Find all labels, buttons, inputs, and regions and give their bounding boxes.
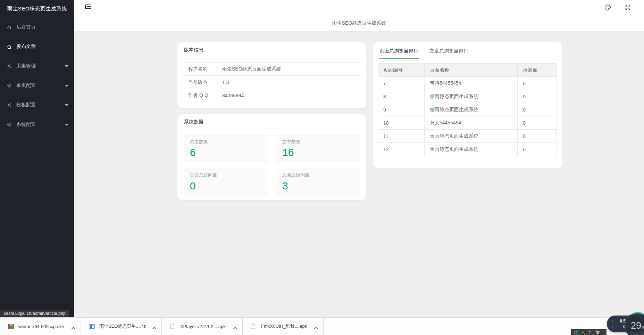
table-row: 10 莫人54455454 0: [378, 116, 557, 130]
download-filename: 雨尘SEO静态页生....7z: [99, 323, 149, 329]
sidebar-item-publish-article[interactable]: 发布文章: [0, 37, 74, 56]
stat-page-visits: 页面总访问量 0: [184, 168, 268, 197]
main-content: 版本信息 程序名称 雨尘SEO静态页面生成系统 当前版本 1.3 作者 Q Q …: [74, 32, 644, 335]
sidebar-item-label: 发布文章: [16, 43, 36, 50]
col-header-activity: 活跃量: [518, 64, 557, 77]
sidebar-item-label: 采集管理: [16, 63, 36, 69]
collapse-menu-icon[interactable]: [85, 5, 91, 10]
cell-activity: 0: [518, 77, 557, 90]
version-row-value: 雨尘SEO静态页面生成系统: [217, 63, 361, 76]
progress-circle-widget[interactable]: 29 %: [624, 312, 644, 335]
active-page-tab-title: 雨尘SEO静态页生成系统: [332, 20, 386, 26]
progress-value: 29 %: [624, 312, 644, 335]
table-row: 8 糖雨静态页面生成系统 0: [378, 90, 557, 103]
ime-language-toggle[interactable]: 中: [574, 330, 579, 335]
cell-page-name: 天雨静态页面生成系统: [425, 130, 518, 143]
sidebar: 雨尘SEO静态页生成系统 后台首页 发布文章 采集管理: [0, 0, 74, 335]
sidebar-item-system-config[interactable]: 系统配置: [0, 115, 74, 134]
table-row: 12 天雨静态页面生成系统 0: [378, 143, 557, 156]
table-header-row: 页面编号 页面名称 活跃量: [378, 64, 557, 77]
table-row: 11 天雨静态页面生成系统 0: [378, 130, 557, 143]
download-filename: XPlayer v2.2.1.2....apk: [180, 324, 230, 329]
theme-palette-icon[interactable]: [604, 4, 611, 11]
tab-article-views-ranking[interactable]: 文章总浏览量排行: [429, 42, 468, 59]
download-filename: FmxX0UtH_酷我....apk: [261, 323, 311, 329]
sidebar-item-template-config[interactable]: 模板配置: [0, 95, 74, 115]
gear-icon: [7, 83, 12, 88]
caret-down-icon: [65, 124, 68, 126]
sidebar-item-dashboard[interactable]: 后台首页: [0, 17, 74, 37]
stat-label: 文章数量: [282, 139, 354, 145]
cell-page-name: 天雨静态页面生成系统: [425, 143, 518, 156]
col-header-page-name: 页面名称: [425, 64, 518, 77]
sidebar-item-label: 单页配置: [16, 82, 36, 89]
ranking-tabs: 页面总浏览量排行 文章总浏览量排行: [373, 42, 562, 59]
version-table: 程序名称 雨尘SEO静态页面生成系统 当前版本 1.3 作者 Q Q 84065…: [183, 62, 361, 102]
cell-page-name: 宝抖54455454: [425, 77, 518, 90]
chevron-up-icon[interactable]: [152, 325, 157, 328]
stat-article-visits: 文章总访问量 3: [276, 168, 360, 197]
download-item-seo-archive[interactable]: 雨尘SEO静态页生....7z: [81, 318, 162, 335]
archive-app-icon: [89, 324, 95, 329]
card-title: 版本信息: [177, 42, 366, 57]
cell-activity: 0: [518, 143, 557, 156]
download-item-kuwo[interactable]: FmxX0UtH_酷我....apk: [243, 318, 324, 335]
card-title: 系统数据: [177, 114, 366, 129]
version-row-label: 程序名称: [183, 63, 217, 76]
progress-number: 29: [631, 320, 641, 331]
cell-activity: 0: [518, 103, 557, 116]
topbar-actions: [604, 4, 632, 11]
cell-activity: 0: [518, 90, 557, 103]
winrar-icon: [8, 324, 14, 329]
topbar: [74, 0, 644, 15]
version-row-value: 1.3: [217, 76, 361, 89]
page-tab-bar[interactable]: 雨尘SEO静态页生成系统: [74, 15, 644, 32]
download-item-winrar[interactable]: winrar-x64-602scp.exe: [0, 318, 81, 335]
download-item-xplayer[interactable]: XPlayer v2.2.1.2....apk: [162, 318, 243, 335]
stat-label: 页面总访问量: [190, 172, 261, 178]
table-row: 程序名称 雨尘SEO静态页面生成系统: [183, 63, 361, 76]
ime-punctuation-toggle[interactable]: °,: [582, 330, 585, 335]
sidebar-menu: 后台首页 发布文章 采集管理 单页配置: [0, 17, 74, 134]
sidebar-item-singlepage-config[interactable]: 单页配置: [0, 76, 74, 95]
stat-value: 6: [190, 147, 261, 158]
file-icon: [170, 324, 176, 329]
cell-activity: 0: [518, 130, 557, 143]
gear-icon: [7, 122, 12, 127]
ime-skin-icon[interactable]: [595, 330, 600, 335]
cell-page-name: 糖雨静态页面生成系统: [425, 103, 518, 116]
cell-page-id: 10: [378, 116, 425, 130]
cell-page-id: 8: [378, 90, 425, 103]
ranking-table: 页面编号 页面名称 活跃量 7 宝抖54455454 0 8 糖雨静态页面生成系…: [378, 63, 557, 156]
version-row-label: 作者 Q Q: [183, 89, 217, 102]
fullscreen-icon[interactable]: [624, 4, 632, 11]
chevron-up-icon[interactable]: [314, 325, 318, 328]
sidebar-item-collect-manage[interactable]: 采集管理: [0, 56, 74, 76]
download-filename: winrar-x64-602scp.exe: [18, 324, 68, 329]
chevron-up-icon[interactable]: [71, 325, 76, 328]
browser-status-url: ceshi.52jyu.cn/admin/article.php: [0, 310, 69, 317]
ime-width-toggle[interactable]: 半: [588, 330, 592, 335]
version-info-card: 版本信息 程序名称 雨尘SEO静态页面生成系统 当前版本 1.3 作者 Q Q …: [177, 42, 366, 108]
table-row: 当前版本 1.3: [183, 76, 361, 89]
stat-value: 3: [282, 180, 354, 192]
home-icon: [7, 25, 12, 30]
download-shelf: winrar-x64-602scp.exe 雨尘SEO静态页生....7z XP…: [0, 317, 644, 335]
sidebar-item-label: 后台首页: [16, 24, 36, 30]
gear-icon: [7, 64, 12, 69]
version-row-label: 当前版本: [183, 76, 217, 89]
ime-toolbar: 中 °, 半: [571, 329, 607, 335]
stat-page-count: 页面数量 6: [184, 134, 268, 163]
upload-arrow-icon: ↑: [612, 319, 617, 323]
file-icon: [251, 324, 257, 329]
stat-grid: 页面数量 6 文章数量 16 页面总访问量 0 文章总访问量 3: [177, 129, 366, 202]
stat-label: 文章总访问量: [282, 172, 354, 178]
tab-page-views-ranking[interactable]: 页面总浏览量排行: [379, 42, 418, 59]
screen: 雨尘SEO静态页生成系统 后台首页 发布文章 采集管理: [0, 0, 644, 335]
stat-article-count: 文章数量 16: [276, 134, 360, 163]
col-header-page-id: 页面编号: [378, 64, 425, 77]
chevron-up-icon[interactable]: [233, 325, 237, 328]
stat-value: 16: [282, 147, 354, 158]
gear-icon: [7, 103, 12, 108]
version-row-value: 84065994: [217, 89, 361, 102]
